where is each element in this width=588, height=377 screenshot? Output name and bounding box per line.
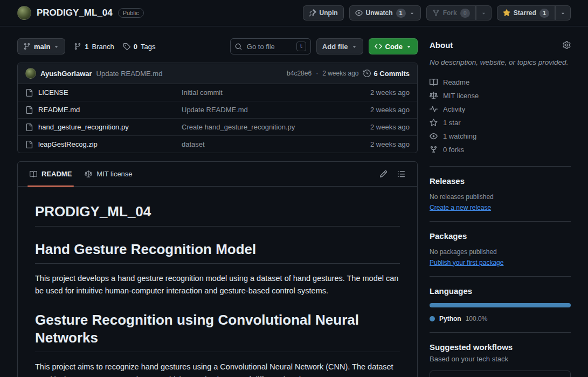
file-commit-message[interactable]: dataset	[182, 140, 350, 148]
tags-link[interactable]: 0 Tags	[123, 43, 156, 51]
sidebar-item-activity[interactable]: Activity	[430, 102, 571, 116]
language-dot	[430, 316, 435, 321]
outline-button[interactable]	[397, 170, 405, 178]
star-dropdown-button[interactable]	[555, 5, 571, 20]
table-row[interactable]: README.md Update README.md 2 weeks ago	[18, 101, 417, 119]
pin-icon	[309, 9, 316, 17]
packages-title: Packages	[430, 231, 467, 241]
book-icon	[430, 78, 438, 86]
toolbar-right: t Add file Code	[230, 38, 418, 54]
file-commit-message[interactable]: Create hand_gesture_recognition.py	[182, 123, 350, 131]
repo-identity: PRODIGY_ML_04 Public	[17, 6, 144, 20]
publish-package-link[interactable]: Publish your first package	[430, 259, 503, 266]
eye-icon	[430, 132, 438, 140]
file-commit-message[interactable]: Update README.md	[182, 106, 350, 114]
visibility-badge: Public	[118, 8, 144, 18]
edit-about-button[interactable]	[563, 41, 571, 49]
language-bar-python[interactable]	[430, 303, 571, 307]
file-icon	[25, 141, 33, 148]
fork-dropdown-button[interactable]	[476, 5, 492, 20]
readme-heading: Gesture Recognition using Convolutional …	[35, 311, 400, 352]
sidebar-item-stars[interactable]: 1 star	[430, 116, 571, 129]
file-commit-time: 2 weeks ago	[350, 106, 410, 114]
edit-readme-button[interactable]	[379, 170, 388, 178]
star-icon	[430, 119, 438, 127]
file-commit-time: 2 weeks ago	[350, 140, 410, 148]
fork-count: 0	[460, 9, 470, 18]
packages-section: Packages No packages published Publish y…	[430, 231, 571, 277]
table-row[interactable]: LICENSE Initial commit 2 weeks ago	[18, 84, 417, 101]
go-to-file-input[interactable]	[246, 42, 293, 51]
readme-heading: Hand Gesture Recognition Model	[35, 241, 400, 264]
git-branch-icon	[74, 43, 81, 50]
chevron-down-icon	[53, 44, 59, 50]
repo-toolbar: main 1 Branch 0 Tags t Add fil	[17, 38, 418, 54]
create-release-link[interactable]: Create a new release	[430, 204, 491, 211]
readme-actions	[379, 170, 412, 178]
commit-sha[interactable]: b4c28e6	[287, 70, 312, 77]
main-column: main 1 Branch 0 Tags t Add fil	[17, 38, 418, 377]
activity-icon	[430, 105, 438, 113]
file-commit-time: 2 weeks ago	[350, 123, 410, 131]
chevron-down-icon	[560, 10, 566, 16]
page-body: main 1 Branch 0 Tags t Add fil	[0, 26, 588, 377]
search-icon	[235, 43, 242, 50]
file-name-link[interactable]: README.md	[38, 106, 80, 114]
language-legend-python[interactable]: Python 100.0%	[430, 315, 571, 323]
commit-history-link[interactable]: 6 Commits	[363, 70, 410, 78]
file-name-link[interactable]: hand_gesture_recognition.py	[38, 123, 129, 131]
file-icon	[25, 89, 33, 97]
readme-title: PRODIGY_ML_04	[35, 203, 400, 227]
latest-commit-bar: AyushGorlawar Update README.md b4c28e6 ·…	[18, 63, 417, 84]
code-icon	[375, 43, 382, 50]
table-row[interactable]: leapGestRecog.zip dataset 2 weeks ago	[18, 136, 417, 153]
file-commit-time: 2 weeks ago	[350, 88, 410, 97]
sidebar-item-readme[interactable]: Readme	[430, 76, 571, 89]
fork-button[interactable]: Fork 0	[426, 5, 476, 20]
sidebar-item-license[interactable]: MIT license	[430, 89, 571, 102]
readme-paragraph: This project aims to recognize hand gest…	[35, 361, 400, 377]
commit-author[interactable]: AyushGorlawar	[40, 70, 92, 78]
readme-content: PRODIGY_ML_04 Hand Gesture Recognition M…	[18, 187, 417, 377]
languages-section: Languages Python 100.0%	[430, 286, 571, 333]
workflow-card-python-package: Python package Configure Create and test…	[430, 371, 571, 377]
gear-icon	[563, 41, 571, 49]
readme-paragraph: This project develops a hand gesture rec…	[35, 272, 400, 297]
file-name-link[interactable]: LICENSE	[38, 88, 68, 97]
unpin-button[interactable]: Unpin	[303, 5, 344, 20]
eye-icon	[355, 9, 363, 17]
tab-mit-license[interactable]: MIT license	[78, 162, 139, 186]
branch-selector[interactable]: main	[17, 38, 65, 54]
book-icon	[30, 170, 37, 178]
keyboard-shortcut-hint: t	[296, 42, 306, 51]
add-file-button[interactable]: Add file	[316, 38, 363, 54]
packages-empty-text: No packages published	[430, 248, 571, 256]
workflows-subtitle: Based on your tech stack	[430, 355, 571, 363]
sidebar-item-watching[interactable]: 1 watching	[430, 129, 571, 143]
fork-icon	[432, 9, 440, 17]
releases-section: Releases No releases published Create a …	[430, 176, 571, 222]
file-icon	[25, 106, 33, 114]
star-count: 1	[539, 9, 549, 18]
workflows-section: Suggested workflows Based on your tech s…	[430, 342, 571, 377]
file-commit-message[interactable]: Initial commit	[182, 88, 350, 97]
watch-count: 1	[396, 9, 406, 18]
file-name-link[interactable]: leapGestRecog.zip	[38, 140, 98, 148]
commit-meta: b4c28e6 · 2 weeks ago 6 Commits	[287, 70, 410, 78]
fork-button-group: Fork 0	[426, 5, 492, 20]
list-icon	[397, 170, 405, 178]
star-icon	[503, 9, 510, 17]
code-button[interactable]: Code	[369, 38, 418, 54]
table-row[interactable]: hand_gesture_recognition.py Create hand_…	[18, 119, 417, 136]
commit-author-avatar	[25, 68, 36, 79]
starred-button[interactable]: Starred 1	[497, 5, 555, 20]
star-button-group: Starred 1	[497, 5, 571, 20]
history-icon	[363, 70, 371, 77]
languages-title: Languages	[430, 286, 472, 296]
commit-message[interactable]: Update README.md	[96, 70, 163, 78]
pencil-icon	[379, 170, 388, 178]
tab-readme[interactable]: README	[23, 162, 78, 186]
unwatch-button[interactable]: Unwatch 1	[349, 5, 421, 20]
sidebar-item-forks[interactable]: 0 forks	[430, 143, 571, 156]
branches-link[interactable]: 1 Branch	[74, 43, 114, 51]
